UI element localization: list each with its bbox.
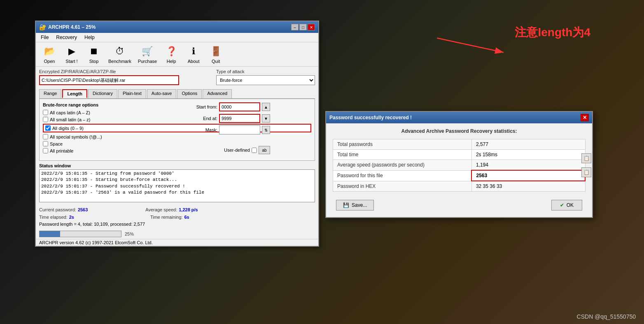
tab-plaintext[interactable]: Plain-text — [118, 89, 146, 98]
start-from-input[interactable] — [219, 102, 260, 111]
ok-icon: ✔ — [560, 202, 564, 208]
user-defined-checkbox[interactable] — [252, 148, 257, 153]
watermark: CSDN @qq_51550750 — [577, 313, 636, 320]
tab-dictionary[interactable]: Dictionary — [88, 89, 117, 98]
bottom-status-text: ARCHPR version 4.62 (c) 1997-2021 ElcomS… — [39, 240, 153, 245]
end-down-arrow[interactable]: ▼ — [262, 114, 270, 123]
checkbox-printable: All printable — [43, 148, 311, 153]
purchase-button[interactable]: 🛒 Purchase — [135, 44, 159, 65]
copy-hex-button[interactable]: 📋 — [581, 167, 591, 177]
tab-advanced[interactable]: Advanced — [203, 89, 232, 98]
user-defined-edit-btn[interactable]: ab — [259, 146, 270, 154]
status-line-3: 2022/2/9 15:01:37 - '2563' is a valid pa… — [41, 190, 313, 196]
save-button[interactable]: 💾 Save... — [336, 200, 374, 211]
save-label: Save... — [352, 202, 367, 208]
tab-content-area: Brute-force range options All caps latin… — [39, 99, 315, 161]
time-elapsed-stat: Time elapsed: 2s — [39, 214, 74, 221]
stats-row-password: Password for this file 2563 — [333, 170, 586, 181]
dialog-subtitle: Advanced Archive Password Recovery stati… — [333, 128, 586, 134]
checkbox-all-caps: All caps latin (A – Z) — [43, 110, 311, 115]
tab-autosave[interactable]: Auto-save — [147, 89, 177, 98]
current-password-stat: Current password: 2563 — [39, 206, 88, 214]
tab-range[interactable]: Range — [39, 89, 61, 98]
dialog-buttons: 💾 Save... ✔ OK — [333, 198, 586, 212]
close-button[interactable]: ✕ — [308, 24, 315, 30]
checkbox-all-small-input[interactable] — [43, 117, 48, 122]
help-icon: ❓ — [165, 45, 178, 58]
avg-speed-value: 1,228 p/s — [179, 206, 198, 214]
hex-label: Password in HEX — [333, 181, 472, 192]
checkbox-special-input[interactable] — [43, 134, 48, 139]
user-defined-label: User-defined — [224, 148, 250, 153]
end-at-label: End at: — [189, 116, 217, 121]
stats-row-hex: Password in HEX 32 35 36 33 — [333, 181, 586, 192]
end-at-input[interactable] — [219, 114, 260, 123]
start-from-row: Start from: ▲ — [189, 102, 270, 111]
window-titlebar: 🔐 ARCHPR 4.61 – 25% – □ ✕ — [36, 21, 318, 33]
checkbox-all-small: All small latin (a – z) — [43, 117, 311, 122]
start-up-arrow[interactable]: ▲ — [262, 103, 270, 111]
file-area: Encrypted ZIP/RAR/ACE/ARJ/7ZP-file Type … — [36, 67, 318, 88]
start-from-label: Start from: — [189, 104, 217, 109]
app-icon: 🔐 — [39, 24, 46, 30]
avg-speed-label: Average speed (passwords per second) — [333, 160, 472, 171]
dialog-content: Advanced Archive Password Recovery stati… — [326, 123, 592, 217]
benchmark-icon: ⏱ — [113, 45, 126, 58]
file-input[interactable] — [39, 75, 179, 85]
menu-help[interactable]: Help — [81, 34, 98, 41]
attack-label: Type of attack — [216, 69, 315, 74]
brute-options-title: Brute-force range options — [43, 102, 311, 107]
password-value: 2563 — [471, 170, 585, 181]
tab-content-inner: Brute-force range options All caps latin… — [43, 102, 311, 156]
stats-row-3: Password length = 4, total: 10,109, proc… — [39, 221, 315, 228]
benchmark-button[interactable]: ⏱ Benchmark — [106, 44, 134, 65]
quit-button[interactable]: 🚪 Quit — [205, 44, 226, 65]
progress-container: 25% — [36, 230, 318, 239]
user-defined-area: User-defined ab — [224, 146, 270, 154]
checkbox-space-input[interactable] — [43, 141, 48, 146]
time-elapsed-label: Time elapsed: — [39, 214, 68, 221]
status-line-1: 2022/2/9 15:01:35 - Starting brute-force… — [41, 177, 313, 183]
checkbox-all-digits-input[interactable] — [45, 125, 51, 131]
minimize-button[interactable]: – — [291, 24, 299, 30]
status-line-2: 2022/2/9 15:01:37 - Password successfull… — [41, 183, 313, 190]
mask-input[interactable] — [219, 125, 260, 134]
help-button[interactable]: ❓ Help — [161, 44, 182, 65]
stop-button[interactable]: ⏹ Stop — [84, 44, 104, 65]
progress-label: 25% — [125, 231, 134, 236]
open-button[interactable]: 📂 Open — [39, 44, 60, 65]
tab-length[interactable]: Length — [62, 89, 87, 98]
menu-bar: File Recovery Help — [36, 33, 318, 42]
checkbox-all-caps-input[interactable] — [43, 110, 48, 115]
stats-area: Total passwords 2,577 Total time 2s 158m… — [333, 139, 586, 192]
start-button[interactable]: ▶ Start ! — [61, 44, 82, 65]
window-title-area: 🔐 ARCHPR 4.61 – 25% — [39, 24, 96, 30]
time-remaining-label: Time remaining: — [150, 214, 182, 221]
menu-recovery[interactable]: Recovery — [53, 34, 80, 41]
stats-row-avg-speed: Average speed (passwords per second) 1,1… — [333, 160, 586, 171]
stats-row-total-time: Total time 2s 158ms — [333, 150, 586, 160]
checkbox-all-small-label: All small latin (a – z) — [50, 117, 90, 122]
dialog-close-button[interactable]: ✕ — [581, 114, 589, 121]
time-remaining-value: 6s — [184, 214, 189, 221]
attack-type-select[interactable]: Brute-force — [216, 75, 315, 85]
ok-button[interactable]: ✔ OK — [551, 200, 582, 211]
about-button[interactable]: ℹ About — [183, 44, 204, 65]
hex-value: 32 35 36 33 — [471, 181, 585, 192]
maximize-button[interactable]: □ — [299, 24, 307, 30]
menu-file[interactable]: File — [37, 34, 52, 41]
window-title: ARCHPR 4.61 – 25% — [48, 24, 96, 30]
tab-options[interactable]: Options — [177, 89, 202, 98]
mask-arrow[interactable]: ⇅ — [262, 126, 270, 134]
status-window[interactable]: 2022/2/9 15:01:35 - Starting from passwo… — [39, 169, 315, 202]
current-password-value: 2563 — [78, 206, 88, 214]
checkbox-all-digits: All digits (0 – 9) — [43, 124, 311, 132]
total-time-label: Total time — [333, 150, 472, 160]
copy-password-button[interactable]: 📋 — [581, 153, 591, 163]
checkbox-printable-label: All printable — [50, 148, 73, 153]
annotation-text: 注意length为4 — [515, 26, 590, 39]
checkbox-space-label: Space — [50, 141, 63, 146]
checkbox-printable-input[interactable] — [43, 148, 48, 153]
total-passwords-value: 2,577 — [471, 139, 585, 150]
progress-bar-inner — [40, 231, 60, 237]
